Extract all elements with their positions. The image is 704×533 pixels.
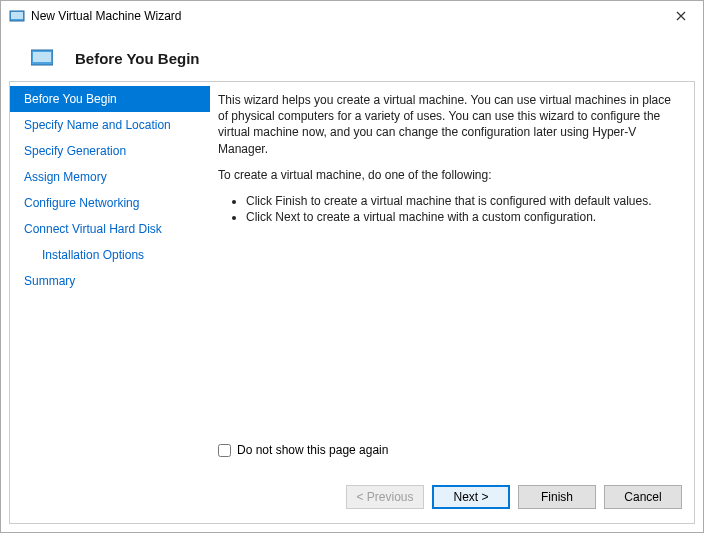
- wizard-nav: Before You Begin Specify Name and Locati…: [10, 82, 210, 471]
- instruction-item-next: Click Next to create a virtual machine w…: [246, 209, 680, 225]
- svg-rect-1: [11, 12, 23, 19]
- cancel-button[interactable]: Cancel: [604, 485, 682, 509]
- intro-text: This wizard helps you create a virtual m…: [218, 92, 680, 157]
- instruction-text: To create a virtual machine, do one of t…: [218, 167, 680, 183]
- nav-installation-options[interactable]: Installation Options: [10, 242, 210, 268]
- titlebar: New Virtual Machine Wizard: [1, 1, 703, 31]
- dont-show-again-checkbox[interactable]: [218, 444, 231, 457]
- button-bar: < Previous Next > Finish Cancel: [10, 471, 694, 523]
- finish-button[interactable]: Finish: [518, 485, 596, 509]
- titlebar-left: New Virtual Machine Wizard: [9, 8, 182, 24]
- nav-before-you-begin[interactable]: Before You Begin: [10, 86, 210, 112]
- spacer: [218, 235, 680, 437]
- main: Before You Begin Specify Name and Locati…: [10, 82, 694, 471]
- page-title: Before You Begin: [75, 50, 199, 67]
- content-wrap: Before You Begin Specify Name and Locati…: [9, 81, 695, 524]
- nav-connect-virtual-hard-disk[interactable]: Connect Virtual Hard Disk: [10, 216, 210, 242]
- svg-rect-3: [33, 52, 51, 62]
- content-panel: This wizard helps you create a virtual m…: [210, 82, 694, 471]
- nav-configure-networking[interactable]: Configure Networking: [10, 190, 210, 216]
- header-section: Before You Begin: [1, 31, 703, 81]
- instruction-item-finish: Click Finish to create a virtual machine…: [246, 193, 680, 209]
- nav-specify-generation[interactable]: Specify Generation: [10, 138, 210, 164]
- header-icon: [31, 49, 53, 67]
- previous-button: < Previous: [346, 485, 424, 509]
- nav-summary[interactable]: Summary: [10, 268, 210, 294]
- vm-wizard-icon: [9, 8, 25, 24]
- close-button[interactable]: [658, 1, 703, 31]
- next-button[interactable]: Next >: [432, 485, 510, 509]
- dont-show-again-row[interactable]: Do not show this page again: [218, 437, 680, 461]
- nav-assign-memory[interactable]: Assign Memory: [10, 164, 210, 190]
- nav-specify-name-location[interactable]: Specify Name and Location: [10, 112, 210, 138]
- instruction-list: Click Finish to create a virtual machine…: [218, 193, 680, 225]
- dont-show-again-label: Do not show this page again: [237, 443, 388, 457]
- window-title: New Virtual Machine Wizard: [31, 9, 182, 23]
